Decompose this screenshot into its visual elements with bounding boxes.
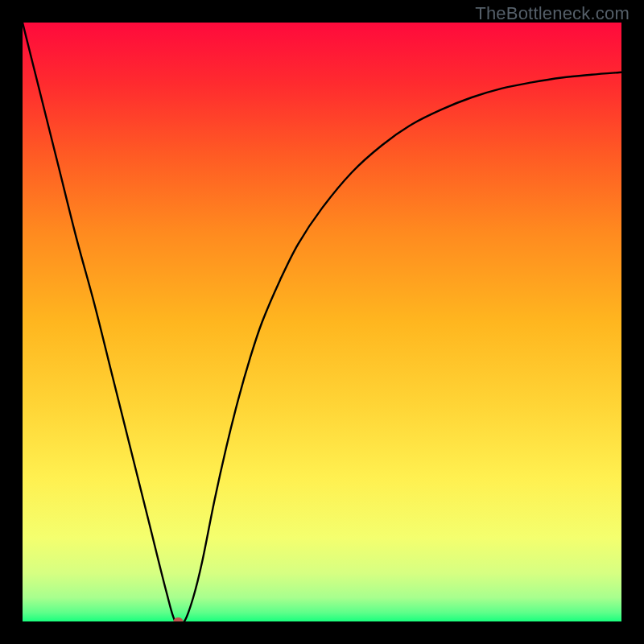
plot-area: [23, 23, 621, 621]
watermark: TheBottleneck.com: [475, 3, 630, 24]
chart-frame: TheBottleneck.com: [0, 0, 644, 644]
chart-svg: [23, 23, 621, 621]
plot-background: [23, 23, 621, 621]
